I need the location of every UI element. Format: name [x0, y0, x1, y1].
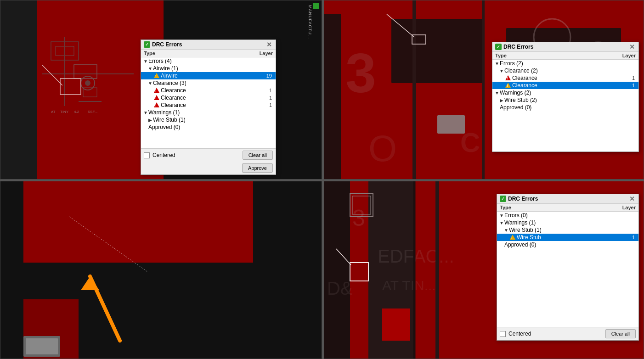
col-type-q1: Type — [144, 50, 155, 56]
clear-all-btn-q4[interactable]: Clear all — [605, 329, 636, 338]
clearance-item-2-q2[interactable]: Clearance 1 — [492, 82, 638, 89]
col-type-q2: Type — [495, 53, 507, 58]
drc-footer-q4: Centered Clear all — [497, 327, 638, 340]
svg-text:C: C — [460, 127, 480, 158]
drc-app-icon-q2: ✓ — [495, 44, 502, 50]
centered-checkbox-q1[interactable] — [144, 152, 150, 158]
clearance-group-q1[interactable]: ▼ Clearance (3) — [141, 79, 276, 87]
wirestub-group-q4[interactable]: ▼ Wire Stub (1) — [497, 226, 638, 234]
quadrant-1: MANUFACTU... AT TINY 4.2 SSF... ✓ DRC Er… — [0, 0, 322, 180]
svg-rect-43 — [382, 309, 410, 341]
wirestub-item-q4[interactable]: Wire Stub 1 — [497, 234, 638, 241]
centered-label-q1: Centered — [153, 152, 175, 158]
warnings-group-q4[interactable]: ▼ Warnings (1) — [497, 219, 638, 226]
svg-text:AT: AT — [51, 110, 56, 114]
svg-rect-41 — [350, 263, 368, 281]
clear-all-btn-q1[interactable]: Clear all — [243, 151, 273, 160]
drc-footer-q1: Centered Clear all — [141, 148, 276, 162]
drc-dialog-q2: ✓ DRC Errors ✕ Type Layer ▼ Errors (2) ▼… — [492, 42, 639, 152]
svg-text:3: 3 — [345, 42, 376, 104]
quadrant-3 — [0, 180, 322, 359]
drc-titlebar-q1[interactable]: ✓ DRC Errors ✕ — [141, 40, 276, 50]
col-type-q4: Type — [500, 205, 511, 210]
drc-close-q2[interactable]: ✕ — [628, 44, 636, 50]
manufacture-label: MANUFACTU... — [308, 5, 312, 40]
warnings-group-q1[interactable]: ▼ Warnings (1) — [141, 109, 276, 116]
errors-group-q4[interactable]: ▼ Errors (0) — [497, 212, 638, 219]
centered-label-q4: Centered — [508, 331, 531, 337]
drc-title-q1: DRC Errors — [152, 41, 182, 48]
svg-rect-36 — [26, 338, 58, 354]
drc-title-q2: DRC Errors — [503, 44, 533, 50]
drc-col-header-q2: Type Layer — [492, 52, 638, 60]
svg-point-6 — [85, 80, 90, 86]
svg-text:EDFAC...: EDFAC... — [378, 246, 454, 266]
col-layer-q4: Layer — [622, 205, 636, 210]
approved-q4: Approved (0) — [497, 241, 638, 248]
pcb-q3 — [0, 180, 322, 359]
errors-group-q1[interactable]: ▼ Errors (4) — [141, 57, 276, 65]
drc-col-header-q4: Type Layer — [497, 204, 638, 212]
svg-rect-37 — [322, 180, 350, 359]
warnings-group-q2[interactable]: ▼ Warnings (2) — [492, 89, 638, 96]
drc-body-q2: ▼ Errors (2) ▼ Clearance (2) Clearance 1… — [492, 60, 638, 151]
wirestub-group-q1[interactable]: ▶ Wire Stub (1) — [141, 116, 276, 123]
airwire-group-q1[interactable]: ▼ Airwire (1) — [141, 65, 276, 72]
svg-line-10 — [42, 65, 62, 85]
approved-q1: Approved (0) — [141, 123, 276, 131]
airwire-item-q1[interactable]: Airwire 19 — [141, 72, 276, 79]
svg-rect-9 — [60, 79, 81, 95]
drc-col-header-q1: Type Layer — [141, 50, 276, 57]
svg-rect-17 — [391, 19, 483, 83]
drc-title-q4: DRC Errors — [508, 196, 538, 202]
clearance-item-2-q1[interactable]: Clearance 1 — [141, 94, 276, 101]
vertical-divider — [322, 0, 324, 359]
svg-rect-30 — [23, 180, 253, 263]
svg-text:D&: D& — [327, 278, 353, 298]
svg-text:TINY: TINY — [60, 110, 69, 114]
svg-text:AT TIN...: AT TIN... — [382, 278, 436, 293]
clearance-group-q2[interactable]: ▼ Clearance (2) — [492, 67, 638, 74]
svg-text:4.2: 4.2 — [74, 110, 79, 114]
col-layer-q2: Layer — [622, 53, 636, 58]
col-layer-q1: Layer — [260, 50, 273, 56]
svg-text:3: 3 — [352, 205, 365, 231]
quadrant-4: 3 D& EDFAC... AT TIN... ✓ DRC Errors ✕ T… — [322, 180, 644, 359]
drc-body-q4: ▼ Errors (0) ▼ Warnings (1) ▼ Wire Stub … — [497, 212, 638, 327]
approved-q2: Approved (0) — [492, 104, 638, 111]
quadrant-2: 3 O C ✓ DRC Errors ✕ Type Layer ▼ Errors… — [322, 0, 644, 180]
centered-checkbox-q4[interactable] — [500, 331, 506, 337]
svg-text:SSF...: SSF... — [88, 110, 97, 114]
drc-dialog-q1: ✓ DRC Errors ✕ Type Layer ▼ Errors (4) ▼… — [141, 39, 276, 175]
drc-app-icon-q4: ✓ — [500, 196, 506, 202]
status-indicator — [313, 3, 319, 9]
drc-titlebar-q4[interactable]: ✓ DRC Errors ✕ — [497, 194, 638, 204]
drc-dialog-q4: ✓ DRC Errors ✕ Type Layer ▼ Errors (0) ▼… — [497, 194, 639, 341]
drc-footer-bottom-q1: Approve — [141, 162, 276, 174]
clearance-item-1-q1[interactable]: Clearance 1 — [141, 87, 276, 94]
wirestub-group-q2[interactable]: ▶ Wire Stub (2) — [492, 96, 638, 104]
clearance-item-3-q1[interactable]: Clearance 1 — [141, 101, 276, 109]
clearance-item-1-q2[interactable]: Clearance 1 — [492, 74, 638, 82]
errors-group-q2[interactable]: ▼ Errors (2) — [492, 60, 638, 67]
drc-app-icon: ✓ — [144, 41, 150, 48]
drc-close-q4[interactable]: ✕ — [628, 196, 636, 202]
drc-titlebar-q2[interactable]: ✓ DRC Errors ✕ — [492, 42, 638, 52]
svg-text:O: O — [368, 128, 397, 169]
svg-rect-15 — [322, 0, 341, 180]
drc-body-q1: ▼ Errors (4) ▼ Airwire (1) Airwire 19 ▼ … — [141, 57, 276, 148]
drc-close-q1[interactable]: ✕ — [266, 41, 273, 48]
approve-btn-q1[interactable]: Approve — [242, 163, 273, 173]
